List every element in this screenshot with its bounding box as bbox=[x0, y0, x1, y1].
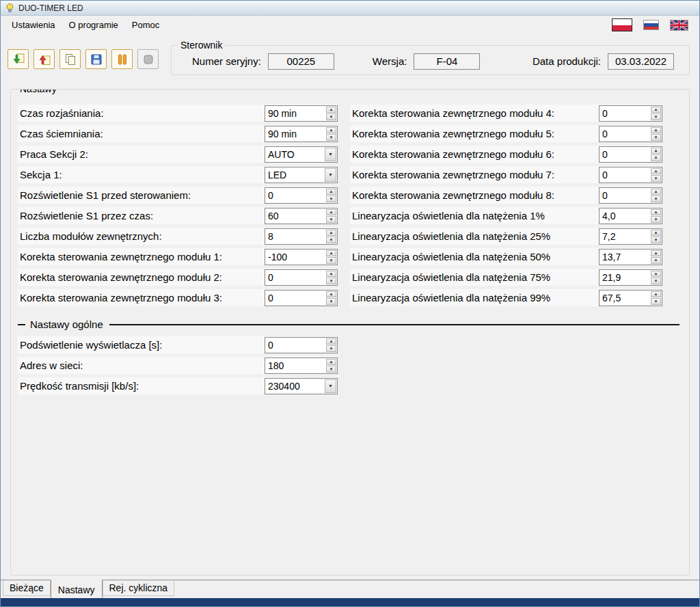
british-flag[interactable] bbox=[670, 20, 688, 31]
rozswietlenie-s1-przed-sterowaniem-spinner[interactable]: ▲▼ bbox=[265, 187, 338, 204]
chevron-down-icon[interactable]: ▼ bbox=[325, 168, 336, 182]
rozswietlenie-s1-przez-czas-spinner[interactable]: ▲▼ bbox=[265, 208, 338, 224]
liczba-modulow-zewnetrznych-spinner[interactable]: ▲▼ bbox=[265, 228, 338, 245]
copy-settings-button[interactable] bbox=[59, 49, 81, 69]
stop-button[interactable] bbox=[137, 49, 159, 69]
korekta-modulu-3-spinner[interactable]: ▲▼ bbox=[265, 290, 338, 306]
spin-up-icon[interactable]: ▲ bbox=[651, 271, 661, 278]
korekta-modulu-7-spinner[interactable]: ▲▼ bbox=[599, 167, 662, 183]
pause-button[interactable] bbox=[111, 49, 133, 69]
adres-w-sieci-spinner[interactable]: ▲▼ bbox=[265, 358, 338, 374]
spinner-input[interactable] bbox=[265, 358, 325, 373]
spin-down-icon[interactable]: ▼ bbox=[326, 134, 336, 141]
podswietlenie-wyswietlacza-spinner[interactable]: ▲▼ bbox=[265, 337, 338, 353]
spin-down-icon[interactable]: ▼ bbox=[651, 113, 661, 120]
russian-flag[interactable] bbox=[643, 20, 659, 30]
titlebar[interactable]: DUO-TIMER LED bbox=[1, 1, 699, 16]
spin-up-icon[interactable]: ▲ bbox=[651, 209, 661, 216]
spin-down-icon[interactable]: ▼ bbox=[326, 195, 336, 202]
spin-up-icon[interactable]: ▲ bbox=[651, 168, 661, 175]
linearyzacja-75-spinner[interactable]: ▲▼ bbox=[599, 269, 662, 286]
spinner-input[interactable] bbox=[600, 208, 650, 224]
spin-down-icon[interactable]: ▼ bbox=[651, 257, 661, 264]
tab-rej-cykliczna[interactable]: Rej. cykliczna bbox=[103, 580, 175, 596]
spin-down-icon[interactable]: ▼ bbox=[326, 366, 336, 373]
spin-up-icon[interactable]: ▲ bbox=[326, 209, 336, 216]
spin-up-icon[interactable]: ▲ bbox=[326, 291, 336, 298]
linearyzacja-99-spinner[interactable]: ▲▼ bbox=[599, 290, 662, 306]
spin-down-icon[interactable]: ▼ bbox=[651, 216, 661, 223]
spin-up-icon[interactable]: ▲ bbox=[326, 250, 336, 257]
spin-up-icon[interactable]: ▲ bbox=[326, 189, 336, 195]
spin-up-icon[interactable]: ▲ bbox=[651, 148, 661, 154]
korekta-modulu-1-spinner[interactable]: ▲▼ bbox=[265, 249, 338, 265]
spinner-input[interactable] bbox=[265, 291, 325, 306]
spin-down-icon[interactable]: ▼ bbox=[326, 278, 336, 284]
save-button[interactable] bbox=[85, 49, 107, 69]
spin-down-icon[interactable]: ▼ bbox=[651, 237, 661, 243]
menu-ustawienia[interactable]: Ustawienia bbox=[5, 16, 62, 33]
spin-down-icon[interactable]: ▼ bbox=[651, 278, 661, 284]
korekta-modulu-4-spinner[interactable]: ▲▼ bbox=[599, 105, 662, 122]
spinner-input[interactable] bbox=[265, 249, 325, 265]
spin-down-icon[interactable]: ▼ bbox=[326, 257, 336, 264]
spin-up-icon[interactable]: ▲ bbox=[326, 359, 336, 366]
spin-up-icon[interactable]: ▲ bbox=[651, 127, 661, 134]
spinner-input[interactable] bbox=[600, 126, 650, 141]
spin-up-icon[interactable]: ▲ bbox=[326, 107, 336, 113]
spin-down-icon[interactable]: ▼ bbox=[326, 345, 336, 352]
spinner-input[interactable] bbox=[600, 167, 650, 183]
predkosc-transmisji-dropdown[interactable]: 230400▼ bbox=[265, 378, 338, 394]
spin-up-icon[interactable]: ▲ bbox=[326, 127, 336, 134]
korekta-modulu-6-spinner[interactable]: ▲▼ bbox=[599, 146, 662, 163]
spin-down-icon[interactable]: ▼ bbox=[651, 154, 661, 161]
czas-rozjasniania-spinner[interactable]: ▲▼ bbox=[265, 105, 338, 122]
spinner-input[interactable] bbox=[600, 106, 650, 121]
spin-up-icon[interactable]: ▲ bbox=[326, 338, 336, 345]
chevron-down-icon[interactable]: ▼ bbox=[325, 379, 336, 393]
linearyzacja-50-spinner[interactable]: ▲▼ bbox=[599, 249, 662, 265]
spin-down-icon[interactable]: ▼ bbox=[326, 113, 336, 120]
menu-pomoc[interactable]: Pomoc bbox=[125, 16, 166, 33]
korekta-modulu-8-spinner[interactable]: ▲▼ bbox=[599, 187, 662, 204]
sekcja-1-dropdown[interactable]: LED▼ bbox=[265, 167, 338, 183]
tab-biezace[interactable]: Bieżące bbox=[3, 580, 51, 596]
spin-down-icon[interactable]: ▼ bbox=[326, 298, 336, 305]
spinner-input[interactable] bbox=[265, 229, 325, 244]
spinner-input[interactable] bbox=[265, 188, 325, 203]
spin-down-icon[interactable]: ▼ bbox=[326, 237, 336, 243]
spinner-input[interactable] bbox=[265, 338, 325, 353]
spin-up-icon[interactable]: ▲ bbox=[651, 230, 661, 237]
linearyzacja-1-spinner[interactable]: ▲▼ bbox=[599, 208, 662, 224]
spin-down-icon[interactable]: ▼ bbox=[651, 175, 661, 182]
spin-up-icon[interactable]: ▲ bbox=[651, 189, 661, 195]
spinner-input[interactable] bbox=[600, 249, 650, 265]
read-from-device-button[interactable] bbox=[8, 49, 29, 69]
spin-down-icon[interactable]: ▼ bbox=[651, 134, 661, 141]
spin-up-icon[interactable]: ▲ bbox=[651, 250, 661, 257]
spinner-input[interactable] bbox=[265, 270, 325, 285]
spinner-input[interactable] bbox=[600, 229, 650, 244]
spinner-input[interactable] bbox=[600, 147, 650, 162]
spinner-input[interactable] bbox=[265, 208, 325, 224]
chevron-down-icon[interactable]: ▼ bbox=[325, 148, 336, 161]
polish-flag[interactable] bbox=[612, 18, 632, 31]
spinner-input[interactable] bbox=[265, 106, 325, 121]
spin-up-icon[interactable]: ▲ bbox=[651, 291, 661, 298]
spinner-input[interactable] bbox=[600, 291, 650, 306]
spin-up-icon[interactable]: ▲ bbox=[326, 271, 336, 278]
spinner-input[interactable] bbox=[265, 126, 325, 141]
spin-up-icon[interactable]: ▲ bbox=[651, 107, 661, 113]
spinner-input[interactable] bbox=[600, 270, 650, 285]
praca-sekcji-2-dropdown[interactable]: AUTO▼ bbox=[265, 146, 338, 163]
czas-sciemniania-spinner[interactable]: ▲▼ bbox=[265, 126, 338, 142]
korekta-modulu-5-spinner[interactable]: ▲▼ bbox=[599, 126, 662, 142]
spin-down-icon[interactable]: ▼ bbox=[651, 195, 661, 202]
spinner-input[interactable] bbox=[600, 188, 650, 203]
spin-down-icon[interactable]: ▼ bbox=[326, 216, 336, 223]
spin-down-icon[interactable]: ▼ bbox=[651, 298, 661, 305]
spin-up-icon[interactable]: ▲ bbox=[326, 230, 336, 237]
menu-o-programie[interactable]: O programie bbox=[62, 16, 125, 33]
write-to-device-button[interactable] bbox=[33, 49, 55, 69]
tab-nastawy[interactable]: Nastawy bbox=[51, 580, 103, 599]
